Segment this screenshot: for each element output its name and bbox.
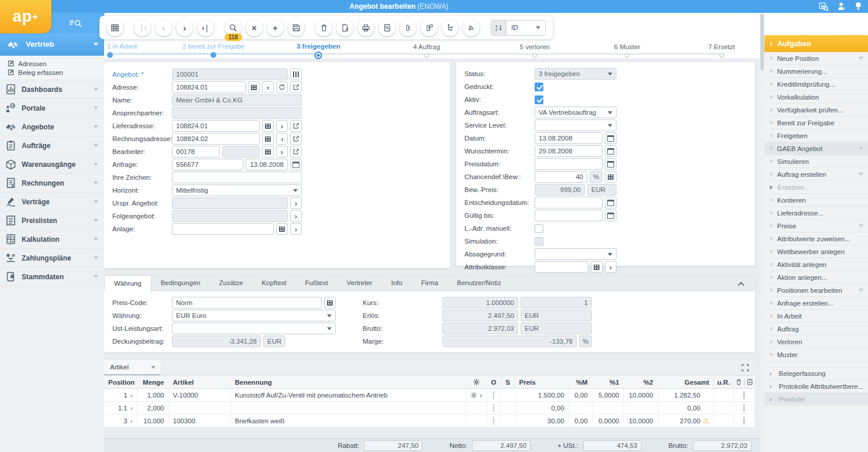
goto-icon[interactable]: › [276,146,288,157]
task-item[interactable]: Bereit zur Freigabe [764,117,868,129]
gedruckt-checkbox[interactable] [535,83,543,91]
positions-view-select[interactable]: Artikel [104,360,160,375]
lookup-grid-icon[interactable] [276,223,288,235]
workflow-step[interactable]: 4 Auftrag [413,43,440,58]
preisdatum-field[interactable] [535,158,602,170]
task-item[interactable]: Aktivität anlegen [764,258,868,271]
hierarchy-button[interactable] [442,19,459,36]
expand-fullscreen-icon[interactable] [741,364,749,372]
tab[interactable]: Info [382,275,412,290]
folgeangebot-field[interactable] [172,210,288,222]
task-item[interactable]: Simulieren [764,155,868,168]
menu-search-icon[interactable] [69,19,82,28]
aktiv-checkbox[interactable] [535,95,543,104]
calendar-icon[interactable] [605,145,616,157]
task-item[interactable]: Muster [764,348,868,361]
task-item[interactable]: Verfügbarkeit prüfen... [764,104,868,117]
tab[interactable]: Vertreter [337,275,382,290]
preis-code-field[interactable]: Norm [172,297,322,309]
delete-button[interactable] [315,19,332,36]
lookup-grid-icon[interactable] [591,261,602,273]
user-icon[interactable] [837,2,846,11]
task-item[interactable]: Lieferadresse... [764,207,868,220]
expand-row-icon[interactable]: › [130,405,133,412]
waehrung-select[interactable]: EUR Euro [172,310,336,321]
open-external-icon[interactable] [290,81,302,93]
add-button[interactable]: + [267,19,284,36]
attachment-link-button[interactable] [421,19,438,36]
task-item[interactable]: Kontieren [764,194,868,207]
workflow-step[interactable]: 7 Ersetzt [708,43,735,58]
task-item[interactable]: Nummerierung... [764,65,868,78]
task-item[interactable]: Attributwerte zuweisen... [764,232,868,245]
tasks-panel-header[interactable]: ›Aufgaben [764,35,868,52]
goto-icon[interactable]: › [290,223,302,235]
task-item[interactable]: Auftrag [764,323,868,335]
translate-search-icon[interactable]: A [819,2,829,12]
ust-leistungsart-select[interactable] [172,323,336,334]
task-item[interactable]: Preise [764,220,868,232]
workflow-step[interactable]: 1 in Arbeit [107,43,137,58]
gueltig-bis-field[interactable] [535,210,602,221]
ansprechpartner-field[interactable] [172,107,302,119]
open-external-icon[interactable] [290,146,302,157]
last-record-button[interactable]: ›❘ [197,19,214,36]
goto-icon[interactable]: › [290,210,302,222]
attributklasse-field[interactable] [535,261,588,273]
sidebar-quick-item[interactable]: Beleg erfassen [0,68,104,77]
goto-icon[interactable]: › [262,81,274,93]
table-view-button[interactable] [106,19,123,36]
refresh-icon[interactable] [276,81,288,93]
lookup-grid-icon[interactable] [248,81,260,93]
attachments-button[interactable] [399,19,416,36]
row-select-checkbox[interactable] [743,391,745,399]
tab[interactable]: Kopftext [252,275,295,290]
task-item[interactable]: Positionen bearbeiten [764,284,868,297]
sidebar-group-item[interactable]: Verträge [0,193,104,211]
app-logo[interactable]: ap+ [0,0,51,33]
calendar-icon[interactable] [290,159,302,170]
sidebar-group-item[interactable]: Rechnungen [0,174,104,193]
sort-field-select[interactable]: ID [507,20,545,35]
bearbeiter-name-field[interactable] [222,146,260,157]
select-all-icon[interactable] [746,378,753,386]
preview-button[interactable] [378,19,395,36]
columns-icon[interactable] [290,69,302,80]
row-select-checkbox[interactable] [743,417,745,425]
ladr-manuell-checkbox[interactable] [535,224,543,233]
angebot-field[interactable]: 100001 [172,69,288,80]
wunschtermin-field[interactable]: 29.08.2008 [535,145,602,157]
task-item[interactable]: Aktion anlegen... [764,271,868,284]
print-button[interactable] [357,19,374,36]
sidebar-group-item[interactable]: Aufträge [0,136,104,155]
task-item[interactable]: In Arbeit [764,310,868,323]
calendar-icon[interactable] [605,132,616,144]
task-item[interactable]: Plantafel [764,393,868,406]
task-item[interactable]: Neue Position [764,52,868,65]
lookup-grid-icon[interactable] [262,133,274,145]
anfrage-field[interactable]: 556677 [172,159,243,170]
anlage-field[interactable] [172,223,274,235]
datum-field[interactable]: 13.08.2008 [535,132,602,144]
task-item[interactable]: GAEB Angebot [764,142,868,155]
task-item[interactable]: Verloren [764,335,868,348]
open-external-icon[interactable] [290,120,302,132]
hint-bulb-icon[interactable] [855,2,862,11]
rechnungsadresse-field[interactable]: 108824.02 [172,133,260,145]
sidebar-group-item[interactable]: Dashboards [0,80,104,99]
goto-icon[interactable]: › [605,261,616,273]
bearbeiter-field[interactable]: 00178 [172,146,220,157]
service-level-select[interactable] [535,119,616,131]
module-header-vertrieb[interactable]: Vertrieb [0,33,104,56]
workflow-step[interactable]: 5 verloren [520,43,550,58]
calendar-icon[interactable] [605,158,616,170]
expand-row-icon[interactable]: › [130,417,133,424]
sidebar-group-item[interactable]: Angebote [0,118,104,136]
task-item[interactable]: Vorkalkulation [764,91,868,104]
expand-row-icon[interactable]: › [130,392,133,399]
task-item[interactable]: Protokolle Attributwertbere... [764,380,868,393]
sidebar-group-item[interactable]: Stammdaten [0,268,104,286]
task-item[interactable]: Ersetzen... [764,181,868,194]
save-button[interactable] [288,19,305,36]
sidebar-group-item[interactable]: Preislisten [0,211,104,230]
